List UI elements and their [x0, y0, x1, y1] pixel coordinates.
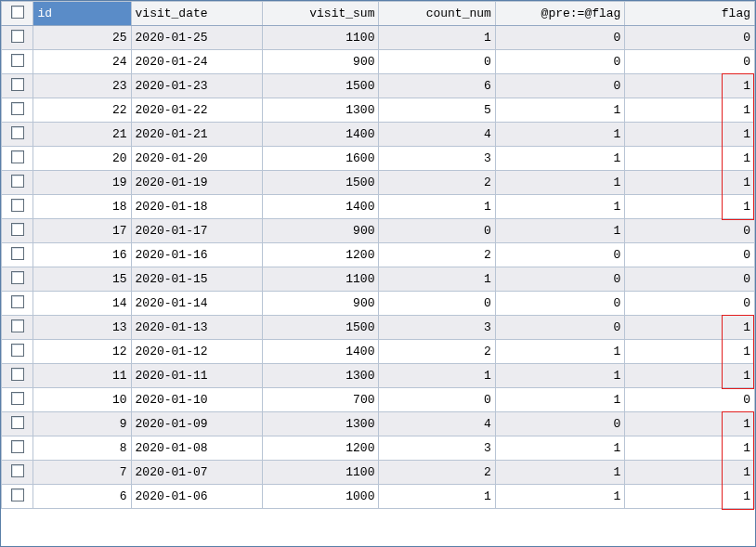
cell-count-num: 2	[379, 243, 495, 267]
row-select-cell[interactable]	[2, 219, 33, 243]
cell-visit-sum: 900	[263, 50, 379, 74]
checkbox-icon	[11, 368, 24, 381]
table-row[interactable]: 92020-01-091300401	[2, 412, 755, 436]
row-select-cell[interactable]	[2, 340, 33, 364]
cell-pre: 1	[495, 123, 625, 147]
col-header-pre[interactable]: @pre:=@flag	[495, 2, 625, 26]
cell-visit-sum: 1300	[263, 364, 379, 388]
cell-visit-date: 2020-01-19	[131, 171, 263, 195]
col-header-visit-sum[interactable]: visit_sum	[263, 2, 379, 26]
table-row[interactable]: 82020-01-081200311	[2, 436, 755, 461]
cell-visit-date: 2020-01-24	[131, 50, 263, 74]
row-select-cell[interactable]	[2, 26, 33, 50]
row-select-cell[interactable]	[2, 123, 33, 147]
cell-count-num: 5	[379, 98, 495, 123]
table-row[interactable]: 182020-01-181400111	[2, 195, 755, 219]
row-select-cell[interactable]	[2, 243, 33, 267]
cell-pre: 1	[495, 485, 625, 509]
col-header-id[interactable]: id	[33, 2, 131, 26]
checkbox-icon	[11, 54, 24, 67]
cell-visit-date: 2020-01-13	[131, 316, 263, 340]
cell-count-num: 2	[379, 340, 495, 364]
table-row[interactable]: 192020-01-191500211	[2, 171, 755, 195]
table-row[interactable]: 222020-01-221300511	[2, 98, 755, 123]
cell-flag: 1	[625, 98, 755, 123]
table-row[interactable]: 102020-01-10700010	[2, 388, 755, 412]
cell-pre: 1	[495, 219, 625, 243]
cell-pre: 1	[495, 171, 625, 195]
table-row[interactable]: 212020-01-211400411	[2, 123, 755, 147]
table-row[interactable]: 112020-01-111300111	[2, 364, 755, 388]
table-row[interactable]: 122020-01-121400211	[2, 340, 755, 364]
table-row[interactable]: 252020-01-251100100	[2, 26, 755, 50]
row-select-cell[interactable]	[2, 50, 33, 74]
table-row[interactable]: 132020-01-131500301	[2, 316, 755, 340]
cell-visit-date: 2020-01-21	[131, 123, 263, 147]
cell-visit-sum: 900	[263, 292, 379, 316]
row-select-cell[interactable]	[2, 436, 33, 461]
cell-count-num: 6	[379, 74, 495, 98]
row-select-cell[interactable]	[2, 267, 33, 292]
col-header-visit-date[interactable]: visit_date	[131, 2, 263, 26]
cell-pre: 1	[495, 340, 625, 364]
data-grid: { "columns": { "id": "id", "visit_date":…	[0, 0, 756, 547]
table-row[interactable]: 62020-01-061000111	[2, 485, 755, 509]
row-select-cell[interactable]	[2, 412, 33, 436]
row-select-cell[interactable]	[2, 98, 33, 123]
cell-visit-sum: 1500	[263, 74, 379, 98]
cell-visit-sum: 1600	[263, 147, 379, 171]
row-select-cell[interactable]	[2, 316, 33, 340]
cell-count-num: 4	[379, 412, 495, 436]
table-row[interactable]: 152020-01-151100100	[2, 267, 755, 292]
cell-pre: 1	[495, 388, 625, 412]
row-select-cell[interactable]	[2, 195, 33, 219]
row-select-cell[interactable]	[2, 74, 33, 98]
row-select-cell[interactable]	[2, 292, 33, 316]
table-row[interactable]: 242020-01-24900000	[2, 50, 755, 74]
cell-flag: 0	[625, 267, 755, 292]
cell-pre: 1	[495, 147, 625, 171]
row-select-cell[interactable]	[2, 147, 33, 171]
table-row[interactable]: 232020-01-231500601	[2, 74, 755, 98]
table-row[interactable]: 162020-01-161200200	[2, 243, 755, 267]
cell-count-num: 3	[379, 436, 495, 461]
row-select-cell[interactable]	[2, 461, 33, 485]
cell-visit-sum: 1200	[263, 436, 379, 461]
cell-visit-date: 2020-01-15	[131, 267, 263, 292]
col-header-count-num[interactable]: count_num	[379, 2, 495, 26]
table-row[interactable]: 142020-01-14900000	[2, 292, 755, 316]
row-select-cell[interactable]	[2, 388, 33, 412]
row-select-cell[interactable]	[2, 364, 33, 388]
checkbox-icon	[11, 175, 24, 188]
cell-id: 19	[33, 171, 131, 195]
cell-flag: 1	[625, 436, 755, 461]
cell-count-num: 0	[379, 50, 495, 74]
cell-visit-date: 2020-01-18	[131, 195, 263, 219]
table-row[interactable]: 72020-01-071100211	[2, 461, 755, 485]
cell-id: 24	[33, 50, 131, 74]
cell-visit-sum: 1300	[263, 412, 379, 436]
cell-visit-sum: 1500	[263, 316, 379, 340]
cell-flag: 1	[625, 195, 755, 219]
cell-visit-date: 2020-01-25	[131, 26, 263, 50]
cell-flag: 1	[625, 364, 755, 388]
cell-flag: 1	[625, 461, 755, 485]
row-select-cell[interactable]	[2, 485, 33, 509]
cell-id: 12	[33, 340, 131, 364]
cell-count-num: 4	[379, 123, 495, 147]
cell-visit-date: 2020-01-23	[131, 74, 263, 98]
cell-count-num: 1	[379, 364, 495, 388]
select-all-cell[interactable]	[2, 2, 33, 26]
table-row[interactable]: 202020-01-201600311	[2, 147, 755, 171]
cell-count-num: 1	[379, 195, 495, 219]
row-select-cell[interactable]	[2, 171, 33, 195]
cell-id: 20	[33, 147, 131, 171]
table-row[interactable]: 172020-01-17900010	[2, 219, 755, 243]
cell-visit-sum: 1500	[263, 171, 379, 195]
cell-flag: 0	[625, 50, 755, 74]
checkbox-icon	[11, 319, 24, 332]
checkbox-icon	[11, 464, 24, 477]
checkbox-icon	[11, 223, 24, 236]
col-header-flag[interactable]: flag	[625, 2, 755, 26]
cell-id: 23	[33, 74, 131, 98]
